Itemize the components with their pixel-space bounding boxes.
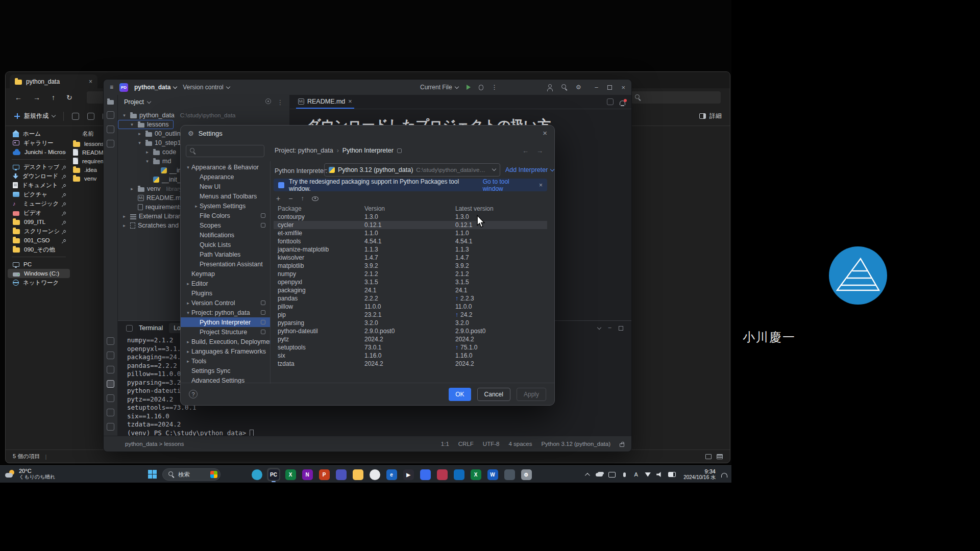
notifications-icon[interactable] [620, 101, 625, 105]
hide-panel-icon[interactable] [608, 324, 611, 332]
breadcrumb-parent[interactable]: Project: python_data [275, 147, 333, 154]
dismiss-banner-icon[interactable] [539, 182, 543, 189]
install-package-icon[interactable]: + [276, 194, 280, 203]
tray-hidden-icons-icon[interactable] [583, 471, 590, 478]
settings-tree-item[interactable]: ▸Tools [181, 356, 270, 366]
taskbar-app-chrome[interactable] [368, 468, 381, 481]
sidebar-item[interactable]: PC [8, 260, 70, 269]
settings-tree-item[interactable]: Plugins [181, 288, 270, 298]
taskbar-app-excel-2[interactable]: X [469, 468, 482, 481]
sidebar-item[interactable]: ビデオ [8, 208, 70, 217]
settings-tree-item[interactable]: ▾Appearance & Behavior [181, 162, 270, 172]
header-package[interactable]: Package [274, 205, 364, 212]
header-latest[interactable]: Latest version [455, 205, 547, 212]
apply-button[interactable]: Apply [517, 388, 546, 401]
show-early-releases-icon[interactable] [312, 196, 318, 201]
minimize-icon[interactable] [595, 84, 599, 91]
editor-tab-readme[interactable]: README.md [296, 95, 354, 109]
up-icon[interactable]: ↑ [52, 93, 55, 102]
tool-stripe-structure-icon[interactable] [107, 140, 114, 147]
sidebar-item[interactable]: スクリーンショット [8, 227, 70, 236]
project-tree-item[interactable]: ▾lessons [118, 120, 174, 129]
tray-wifi-icon[interactable] [645, 471, 651, 478]
package-row[interactable]: pytz2024.22024.2 [274, 335, 547, 343]
package-row[interactable]: fonttools4.54.14.54.1 [274, 237, 547, 245]
tool-stripe-vcs-icon[interactable] [107, 366, 114, 373]
taskbar-app-pycharm[interactable]: PC [267, 468, 280, 481]
package-row[interactable]: cycler0.12.10.12.1 [274, 221, 547, 229]
copy-icon[interactable] [87, 113, 94, 120]
package-row[interactable]: pip23.2.1↑24.2 [274, 311, 547, 319]
settings-tree-item[interactable]: ▸Version Control [181, 298, 270, 308]
sidebar-item[interactable]: Windows (C:) [8, 269, 70, 278]
forward-icon[interactable]: → [536, 147, 543, 155]
package-row[interactable]: python-dateutil2.9.0.post02.9.0.post0 [274, 327, 547, 335]
taskbar-app-media-player[interactable]: ▶ [402, 468, 415, 481]
status-item[interactable]: Python 3.12 (python_data) [541, 441, 610, 447]
close-icon[interactable] [621, 84, 625, 91]
run-config-widget[interactable]: Current File [420, 84, 458, 91]
settings-tree-item[interactable]: ▸Build, Execution, Deployment [181, 337, 270, 346]
sidebar-item[interactable]: 099_ITL [8, 217, 70, 227]
cancel-button[interactable]: Cancel [477, 388, 510, 401]
new-item-button[interactable]: 新規作成 [14, 112, 55, 120]
interpreter-dropdown[interactable]: Python 3.12 (python_data) C:\study\pytho… [324, 163, 500, 177]
project-tree-item[interactable]: ▾python_dataC:\study\python_data [118, 111, 289, 120]
upgrade-package-icon[interactable]: ↑ [301, 195, 304, 202]
package-row[interactable]: six1.16.01.16.0 [274, 352, 547, 360]
tool-stripe-terminal-icon[interactable] [107, 380, 114, 388]
panel-options-icon[interactable]: ⋮ [277, 98, 284, 106]
notification-bell-icon[interactable] [721, 473, 727, 478]
header-version[interactable]: Version [364, 205, 455, 212]
project-tool-icon[interactable] [107, 100, 114, 105]
taskbar-app-settings[interactable]: ⚙ [520, 468, 533, 481]
tool-stripe-notifications-icon[interactable] [107, 423, 114, 431]
settings-tree-item[interactable]: File Colors [181, 211, 270, 220]
weather-widget[interactable]: 20°C くもりのち晴れ [5, 468, 55, 480]
explorer-tab[interactable]: python_data [10, 74, 97, 88]
tray-display-icon[interactable] [608, 471, 616, 478]
main-menu-icon[interactable]: ≡ [110, 84, 113, 91]
go-to-tool-window-link[interactable]: Go to tool window [483, 178, 530, 192]
settings-tree-item[interactable]: Project Structure [181, 327, 270, 337]
settings-tree-item[interactable]: Scopes [181, 220, 270, 230]
package-row[interactable]: pandas2.2.2↑2.2.3 [274, 294, 547, 303]
sidebar-item[interactable]: Junichi - Microsoft [8, 147, 70, 157]
package-row[interactable]: et-xmlfile1.1.01.1.0 [274, 229, 547, 237]
sidebar-item[interactable]: ドキュメント [8, 181, 70, 190]
refresh-icon[interactable]: ↻ [66, 93, 72, 102]
tool-stripe-project-icon[interactable] [107, 111, 114, 119]
settings-gear-icon[interactable] [576, 84, 581, 91]
taskbar-app-edge-webview[interactable] [250, 468, 263, 481]
project-panel-header[interactable]: Project ⋮ [118, 95, 289, 109]
tray-mic-icon[interactable] [621, 471, 627, 478]
run-icon[interactable] [467, 85, 471, 90]
sidebar-item[interactable]: ミュージック [8, 199, 70, 208]
tray-battery-icon[interactable] [668, 471, 676, 478]
taskbar-app-calculator[interactable] [503, 468, 516, 481]
package-row[interactable]: pyparsing3.2.03.2.0 [274, 319, 547, 327]
package-row[interactable]: japanize-matplotlib1.1.31.1.3 [274, 245, 547, 254]
settings-tree-item[interactable]: Quick Lists [181, 240, 270, 249]
sidebar-item[interactable]: 001_CSO [8, 236, 70, 245]
close-tab-icon[interactable] [89, 78, 92, 85]
ok-button[interactable]: OK [449, 388, 471, 401]
tray-ime-mode-icon[interactable]: A [633, 471, 639, 478]
taskbar-app-outlook[interactable] [452, 468, 465, 481]
status-item[interactable]: 4 spaces [508, 441, 532, 447]
taskbar-app-onenote[interactable]: N [301, 468, 314, 481]
settings-tree-item[interactable]: Presentation Assistant [181, 259, 270, 269]
package-row[interactable]: packaging24.124.1 [274, 286, 547, 294]
tray-onedrive-icon[interactable] [595, 471, 603, 478]
taskbar-app-edge[interactable]: e [385, 468, 398, 481]
taskbar-app-excel[interactable]: X [284, 468, 297, 481]
vcs-widget[interactable]: Version control [183, 84, 229, 91]
debug-icon[interactable] [479, 85, 483, 90]
settings-tree-item[interactable]: Keymap [181, 269, 270, 279]
package-row[interactable]: numpy2.1.22.1.2 [274, 270, 547, 278]
start-button[interactable] [148, 470, 157, 479]
sidebar-item[interactable]: ギャラリー [8, 138, 70, 147]
package-row[interactable]: matplotlib3.9.23.9.2 [274, 262, 547, 270]
sidebar-item[interactable]: デスクトップ [8, 162, 70, 171]
tool-stripe-services-icon[interactable] [107, 409, 114, 416]
